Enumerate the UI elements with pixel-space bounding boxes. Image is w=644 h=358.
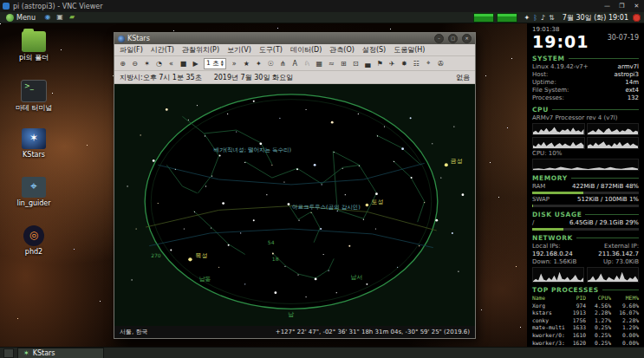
vnc-maximize-button[interactable]: ❐ [615,0,629,12]
menu-item-8[interactable]: 도움말(H) [394,45,425,55]
panel-menu-button[interactable]: Menu [0,12,42,23]
network-icon[interactable]: ⇅ [549,12,555,23]
satellites-toggle-icon[interactable]: ✈ [387,58,398,69]
saturn-dot[interactable] [366,204,369,207]
fov-symbol-icon[interactable]: ⌖ [423,58,434,69]
notification-icon[interactable] [633,14,641,22]
star [358,114,359,114]
label-arcturus[interactable]: 아르크투루스(곰의 감시인) [292,204,361,211]
constellation-lines-toggle-icon[interactable]: ⋔ [277,58,289,69]
desktop-icon-pi-folder[interactable]: pi의 폴더 [9,31,59,62]
desktop-icon-kstars[interactable]: KStars [9,128,59,159]
sky-map[interactable]: 베가(직녀성; 떨어지는 독수리)아르크투루스(곰의 감시인)금성토성목성남동남… [114,84,475,326]
set-time-icon[interactable]: ◔ [153,58,165,69]
memory-monitor-applet[interactable] [497,13,517,23]
flags-toggle-icon[interactable]: ⚑ [374,58,386,69]
kstars-window: KStars – □ ✕ 파일(F)시간(T)관찰위치(P)보기(V)도구(T)… [114,32,476,339]
telescope-icon[interactable]: ✇ [435,58,446,69]
venus-dot[interactable] [445,163,448,166]
star [197,105,198,106]
vnc-minimize-button[interactable]: — [600,0,615,12]
vnc-app-icon [3,3,10,10]
deep-sky-toggle-icon[interactable]: ✦ [253,58,264,69]
constellation-art-toggle-icon[interactable]: ♘ [302,58,313,69]
cpu-monitor-applet[interactable] [473,13,494,23]
label-saturn[interactable]: 토성 [371,199,383,205]
kstars-infobar: 지방시:오후 7시 1분 35초 2019년 7월 30일 화요일 없음 [114,71,475,84]
star [194,212,195,212]
milky-way-toggle-icon[interactable]: ≈ [326,58,337,69]
menu-item-0[interactable]: 파일(F) [120,45,143,55]
time-forward-icon[interactable]: » [229,58,240,69]
kstars-close-button[interactable]: ✕ [462,34,472,43]
zoom-in-icon[interactable]: ⊕ [117,58,128,69]
time-step-value: 1 초 [206,59,219,68]
kstars-titlebar[interactable]: KStars – □ ✕ [114,33,475,44]
system-info-row: File System:ext4 [532,87,639,94]
process-name: Xorg [532,303,565,310]
whats-interesting-icon[interactable]: ☷ [411,58,422,69]
star [253,219,255,221]
ground-toggle-icon[interactable]: ▄ [362,58,374,69]
label-vega[interactable]: 베가(직녀성; 떨어지는 독수리) [214,146,292,153]
kstars-maximize-button[interactable]: □ [448,34,458,43]
time-stop-icon[interactable]: ■ [178,58,189,69]
time-step-spinner[interactable]: 1 초 ▲▼ [204,58,226,69]
menu-item-4[interactable]: 도구(T) [259,45,283,55]
solar-system-toggle-icon[interactable]: ☉ [265,58,276,69]
menu-item-5[interactable]: 데이터(D) [290,45,322,55]
vnc-close-button[interactable]: ✕ [629,0,644,12]
constellation-names-toggle-icon[interactable]: A [289,58,301,69]
jupiter-dot[interactable] [188,257,192,261]
label-jupiter[interactable]: 목성 [195,252,207,259]
zoom-out-icon[interactable]: ⊖ [129,58,140,69]
memory-row-bar [532,205,639,207]
browser-launcher-icon[interactable]: ◉ [43,13,52,22]
supernovae-toggle-icon[interactable]: ✸ [399,58,410,69]
find-object-icon[interactable]: ✶ [141,58,153,69]
horizontal-grid-toggle-icon[interactable]: ⊡ [350,58,361,69]
kstars-toolbar: ⊕⊖✶◔«■▶ 1 초 ▲▼ »★✦☉⋔A♘▦≈⊞⊡▄⚑✈✸☷⌖✇ [114,56,475,71]
equatorial-grid-toggle-icon[interactable]: ⊞ [338,58,349,69]
network-ip-values: 192.168.0.24 211.36.142.7 [532,251,639,258]
updates-icon[interactable]: ✦ [524,12,530,23]
label-venus[interactable]: 금성 [451,158,463,165]
label-grid-54: 54 [268,239,275,245]
conky-time-big: 19:01 [532,33,589,51]
panel-clock[interactable]: 7월 30일 (화) 19:01 [558,13,633,23]
time-play-icon[interactable]: ▶ [190,58,201,69]
desktop-icon-lin-guider[interactable]: lin_guider [9,177,59,207]
cpu-total-row: CPU: 10% [532,150,639,158]
bluetooth-icon[interactable]: ᛒ [533,12,537,23]
show-desktop-button[interactable] [3,348,14,358]
sky-map-area[interactable]: 베가(직녀성; 떨어지는 독수리)아르크투루스(곰의 감시인)금성토성목성남동남… [114,84,475,326]
kstars-minimize-button[interactable]: – [434,34,444,43]
terminal-launcher-icon[interactable]: ▣ [55,13,64,22]
menu-item-3[interactable]: 보기(V) [227,45,251,55]
menu-item-1[interactable]: 시간(T) [151,45,174,55]
desktop-icon-label: phd2 [9,248,59,256]
process-pid: 974 [565,303,586,310]
stars-toggle-icon[interactable]: ★ [241,58,252,69]
process-pid: 1610 [565,332,586,340]
constellation-bounds-toggle-icon[interactable]: ▦ [314,58,325,69]
upload-graph [587,267,639,283]
focus-object-label: 없음 [456,73,470,82]
time-rewind-icon[interactable]: « [166,58,177,69]
cpu-core-graph-1 [532,123,585,135]
menu-item-6[interactable]: 관측(O) [329,45,355,55]
kstars-statusbar: 서울, 한국 +127° 22' 47", -02° 36' 31" 18h 3… [114,326,475,338]
star [348,245,350,247]
volume-icon[interactable]: ♪ [541,12,545,23]
taskbar-task-kstars[interactable]: ✶ KStars [17,348,104,358]
taskbar-task-label: KStars [33,349,55,357]
time-step-arrows-icon[interactable]: ▲▼ [221,60,224,67]
star [342,168,343,169]
menu-item-2[interactable]: 관찰위치(P) [182,45,219,55]
desktop-icon-phd2[interactable]: phd2 [9,225,59,256]
desktop-icon-mate-terminal[interactable]: 마테 터미널 [9,80,59,112]
files-launcher-icon[interactable]: ▰ [68,13,76,22]
conky-clock: 19:01:38 19:01 30-07-19 [532,26,639,51]
menu-item-7[interactable]: 설정(S) [362,45,386,55]
star [218,267,219,268]
